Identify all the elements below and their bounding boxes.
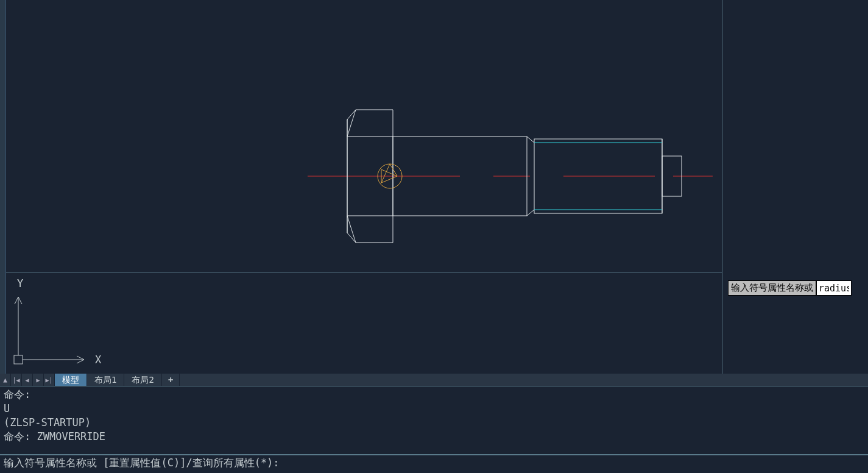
svg-rect-20 (14, 355, 23, 364)
tab-nav-last-icon[interactable]: ▶| (44, 374, 55, 386)
drawing-canvas-right[interactable] (722, 0, 868, 374)
drawing-canvas-lower[interactable] (6, 272, 722, 374)
ucs-icon: Y X (11, 277, 108, 372)
tab-nav-first-icon[interactable]: |◀ (11, 374, 22, 386)
command-prompt-text: 输入符号属性名称或 [重置属性值(C)]/查询所有属性(*): (4, 456, 280, 470)
tab-nav-prev-icon[interactable]: ◀ (22, 374, 33, 386)
command-history: 命令: U (ZLSP-STARTUP) 命令: ZWMOVERRIDE (0, 386, 868, 453)
layout-tab-bar: ▲ |◀ ◀ ▶ ▶| 模型 布局1 布局2 + (0, 374, 868, 386)
tab-layout2[interactable]: 布局2 (124, 374, 161, 386)
floating-input-prompt: 输入符号属性名称或 (728, 280, 852, 296)
cad-app: Y X 输入符号属性名称或 ▲ |◀ ◀ ▶ ▶| 模型 布局1 布局2 + 命… (0, 0, 868, 473)
command-prompt-row[interactable]: 输入符号属性名称或 [重置属性值(C)]/查询所有属性(*): (0, 454, 868, 470)
tab-scroll-up-icon[interactable]: ▲ (0, 374, 11, 386)
cmd-history-line: (ZLSP-STARTUP) (4, 416, 864, 430)
tab-add[interactable]: + (162, 374, 180, 386)
cmd-history-line: U (4, 402, 864, 416)
floating-prompt-label: 输入符号属性名称或 (728, 280, 816, 296)
tab-nav-next-icon[interactable]: ▶ (33, 374, 44, 386)
floating-prompt-input[interactable] (816, 280, 852, 296)
tab-model[interactable]: 模型 (55, 374, 87, 386)
left-toolbar (0, 0, 6, 374)
ucs-y-label: Y (17, 277, 23, 290)
bottom-spacer (0, 470, 868, 473)
cmd-history-line: 命令: ZWMOVERRIDE (4, 430, 864, 444)
ucs-x-label: X (95, 354, 101, 366)
cmd-history-line: 命令: (4, 388, 864, 402)
tab-layout1[interactable]: 布局1 (87, 374, 124, 386)
